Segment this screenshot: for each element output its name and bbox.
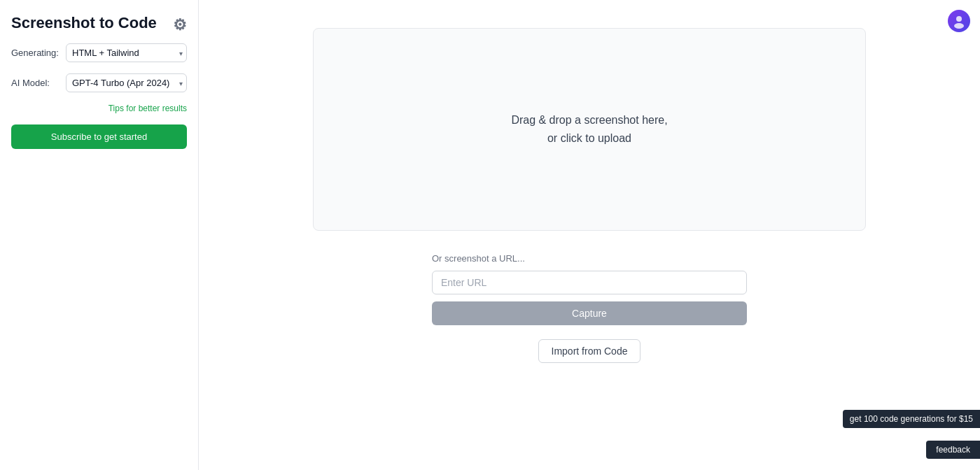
avatar-icon [951,13,967,29]
generating-row: Generating: HTML + Tailwind React Vue Bo… [11,43,187,62]
capture-button[interactable]: Capture [432,301,747,325]
subscribe-button[interactable]: Subscribe to get started [11,124,187,149]
generating-select[interactable]: HTML + Tailwind React Vue Bootstrap [66,43,187,62]
url-section: Or screenshot a URL... Capture [432,253,747,325]
promo-tooltip: get 100 code generations for $15 [843,410,980,428]
drop-zone[interactable]: Drag & drop a screenshot here, or click … [313,28,866,231]
ai-model-label: AI Model: [11,78,60,88]
drop-zone-line1: Drag & drop a screenshot here, [511,111,667,129]
avatar[interactable] [948,10,970,32]
avatar-inner [948,10,970,32]
main-content: Drag & drop a screenshot here, or click … [199,0,980,470]
ai-model-row: AI Model: GPT-4 Turbo (Apr 2024) GPT-4o … [11,73,187,92]
gear-icon[interactable]: ⚙ [173,16,187,30]
tips-link[interactable]: Tips for better results [11,104,187,113]
ai-model-select-wrapper: GPT-4 Turbo (Apr 2024) GPT-4o GPT-4 ▾ [66,73,187,92]
import-from-code-button[interactable]: Import from Code [538,339,641,363]
url-input[interactable] [432,271,747,294]
app-title: Screenshot to Code [11,14,157,32]
url-section-label: Or screenshot a URL... [432,253,747,264]
app-title-row: Screenshot to Code ⚙ [11,14,187,32]
sidebar: Screenshot to Code ⚙ Generating: HTML + … [0,0,199,470]
drop-zone-text: Drag & drop a screenshot here, or click … [511,111,667,147]
feedback-button[interactable]: feedback [926,441,980,459]
generating-select-wrapper: HTML + Tailwind React Vue Bootstrap ▾ [66,43,187,62]
drop-zone-line2: or click to upload [511,129,667,148]
ai-model-select[interactable]: GPT-4 Turbo (Apr 2024) GPT-4o GPT-4 [66,73,187,92]
svg-point-0 [956,16,962,22]
svg-point-1 [954,23,964,29]
generating-label: Generating: [11,48,60,58]
